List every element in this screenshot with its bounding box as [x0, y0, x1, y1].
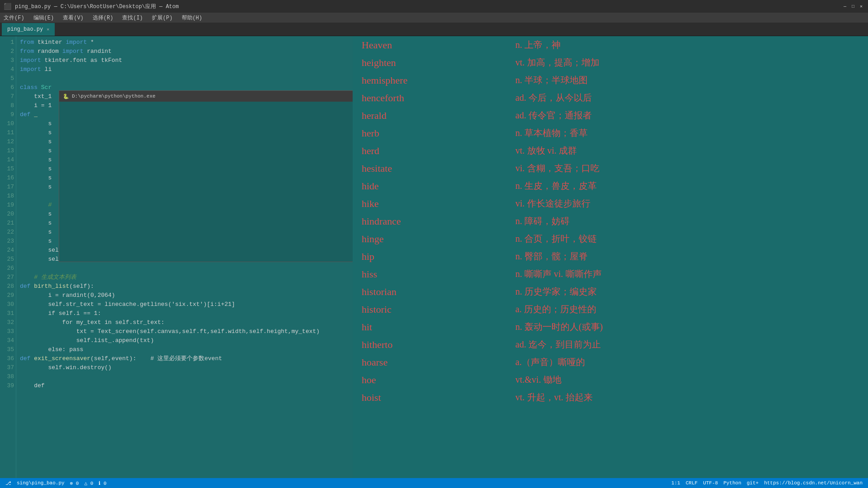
status-right: 1:1 CRLF UTF-8 Python git+ https://blog.…	[671, 480, 863, 486]
minimize-button[interactable]: —	[842, 3, 848, 9]
close-button[interactable]: ✕	[858, 3, 864, 9]
vocab-word: hindrance	[353, 213, 506, 230]
vocab-definition: vt.&vi. 锄地	[506, 371, 868, 389]
vocab-word: hoist	[353, 389, 506, 406]
code-line: def exit_screensaver(self,event): # 这里必须…	[20, 354, 349, 363]
dialog-content	[59, 102, 353, 262]
vocab-row: heraldad. 传令官；通报者	[353, 107, 868, 124]
vocab-row: hissn. 嘶嘶声 vi. 嘶嘶作声	[353, 265, 868, 283]
menu-select[interactable]: 选择(R)	[91, 14, 115, 22]
line-number: 34	[2, 336, 14, 345]
line-number: 32	[2, 318, 14, 327]
code-line: from tkinter import *	[20, 38, 349, 47]
code-line	[20, 74, 349, 83]
line-number: 35	[2, 345, 14, 354]
vocab-word: hinge	[353, 230, 506, 248]
title-bar: ⬛ ping_bao.py — C:\Users\RootUser\Deskto…	[0, 0, 868, 13]
vocab-panel: Heavenn. 上帝，神heightenvt. 加高，提高；增加hemisph…	[353, 36, 868, 478]
line-number: 19	[2, 201, 14, 210]
code-line: else: pass	[20, 345, 349, 354]
code-line: def	[20, 381, 349, 390]
status-position: 1:1	[671, 480, 680, 486]
main-content: 1234567891011121314151617181920212223242…	[0, 36, 868, 478]
vocab-definition: n. 草本植物；香草	[506, 124, 868, 142]
vocab-word: hide	[353, 178, 506, 195]
code-line: # 生成文本列表	[20, 273, 349, 282]
vocab-word: historic	[353, 301, 506, 318]
code-line: import tkinter.font as tkFont	[20, 56, 349, 65]
tab-close-icon[interactable]: ✕	[47, 27, 49, 32]
line-number: 2	[2, 47, 14, 56]
vocab-definition: n. 轰动一时的人(或事)	[506, 318, 868, 336]
code-line	[20, 372, 349, 381]
line-number: 29	[2, 291, 14, 300]
line-number: 24	[2, 246, 14, 255]
code-line	[20, 264, 349, 273]
vocab-row: hindrancen. 障碍，妨碍	[353, 212, 868, 230]
status-encoding: UTF-8	[703, 480, 718, 486]
vocab-row: historica. 历史的；历史性的	[353, 300, 868, 318]
editor-tab[interactable]: ping_bao.py ✕	[2, 23, 55, 36]
dialog-icon: 🐍	[63, 94, 69, 99]
status-language: Python	[723, 480, 741, 486]
vocab-word: hitherto	[353, 336, 506, 353]
code-line: if self.i == 1:	[20, 309, 349, 318]
line-number: 14	[2, 155, 14, 164]
code-line: import li	[20, 65, 349, 74]
dialog-title: D:\pycharm\python\python.exe	[72, 94, 353, 99]
code-line: self.list_.append(txt)	[20, 336, 349, 345]
vocab-row: hoevt.&vi. 锄地	[353, 371, 868, 389]
menu-find[interactable]: 查找(I)	[120, 14, 145, 22]
vocab-definition: vt. 升起，vt. 抬起来	[506, 389, 868, 406]
vocab-row: historiann. 历史学家；编史家	[353, 283, 868, 300]
vocab-word: Heaven	[353, 37, 506, 54]
code-line: self.win.destroy()	[20, 363, 349, 372]
vocab-definition: ad. 传令官；通报者	[506, 107, 868, 124]
vocab-definition: n. 半球；半球地图	[506, 71, 868, 89]
menu-file[interactable]: 文件(F)	[2, 14, 26, 22]
menu-extend[interactable]: 扩展(P)	[150, 14, 175, 22]
line-number: 22	[2, 228, 14, 237]
code-line: self.str_text = linecache.getlines('six.…	[20, 300, 349, 309]
maximize-button[interactable]: □	[850, 3, 856, 9]
line-number: 7	[2, 92, 14, 101]
status-errors: ⊗ 0	[70, 480, 79, 486]
editor-panel: 1234567891011121314151617181920212223242…	[0, 36, 353, 478]
line-number: 18	[2, 192, 14, 201]
line-number: 12	[2, 137, 14, 146]
menu-help[interactable]: 帮助(H)	[180, 14, 204, 22]
status-left: ⎇ sing\ping_bao.py ⊗ 0 △ 0 ℹ 0	[5, 480, 664, 486]
line-number: 17	[2, 183, 14, 192]
vocab-word: hip	[353, 248, 506, 265]
dialog-title-bar: 🐍 D:\pycharm\python\python.exe — □ ✕	[59, 91, 353, 102]
vocab-definition: n. 上帝，神	[506, 36, 868, 54]
vocab-definition: vi. 作长途徒步旅行	[506, 195, 868, 212]
vocab-definition: vi. 含糊，支吾；口吃	[506, 160, 868, 177]
vocab-row: henceforthad. 今后，从今以后	[353, 89, 868, 107]
line-number: 37	[2, 363, 14, 372]
vocab-word: hike	[353, 195, 506, 212]
vocab-definition: a. 历史的；历史性的	[506, 300, 868, 318]
menu-view[interactable]: 查看(V)	[61, 14, 85, 22]
vocab-word: heighten	[353, 54, 506, 71]
status-bar: ⎇ sing\ping_bao.py ⊗ 0 △ 0 ℹ 0 1:1 CRLF …	[0, 478, 868, 488]
line-number: 26	[2, 264, 14, 273]
line-number: 23	[2, 237, 14, 246]
vocab-word: hoe	[353, 371, 506, 389]
line-number: 39	[2, 381, 14, 390]
python-dialog: 🐍 D:\pycharm\python\python.exe — □ ✕	[59, 90, 353, 262]
line-number: 30	[2, 300, 14, 309]
line-number: 8	[2, 101, 14, 110]
vocab-row: hoarsea.（声音）嘶哑的	[353, 353, 868, 371]
line-number: 21	[2, 219, 14, 228]
status-warnings: △ 0	[84, 480, 93, 486]
line-number: 10	[2, 119, 14, 128]
menu-edit[interactable]: 编辑(E)	[32, 14, 56, 22]
vocab-row: heightenvt. 加高，提高；增加	[353, 54, 868, 71]
tab-bar: ping_bao.py ✕	[0, 23, 868, 36]
vocab-definition: ad. 迄今，到目前为止	[506, 336, 868, 353]
code-line: def birth_list(self):	[20, 282, 349, 291]
menu-bar: 文件(F) 编辑(E) 查看(V) 选择(R) 查找(I) 扩展(P) 帮助(H…	[0, 13, 868, 23]
vocab-row: Heavenn. 上帝，神	[353, 36, 868, 54]
line-number: 25	[2, 255, 14, 264]
